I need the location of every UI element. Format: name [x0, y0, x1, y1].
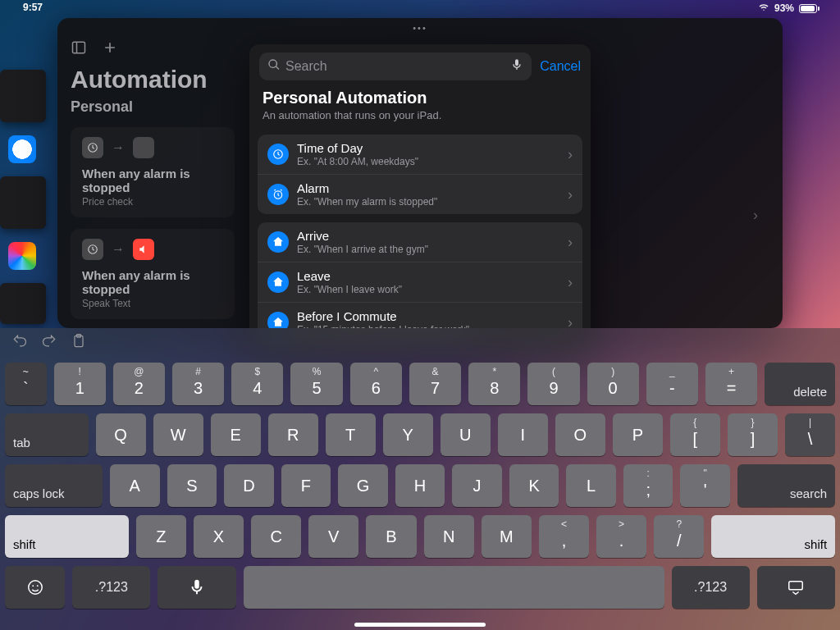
key-u[interactable]: U — [441, 413, 491, 456]
key-e[interactable]: E — [211, 413, 261, 456]
key-n[interactable]: N — [424, 515, 474, 558]
key-backslash[interactable]: |\ — [785, 413, 835, 456]
search-icon — [267, 58, 281, 75]
key-semicolon[interactable]: :; — [623, 464, 673, 507]
key-s[interactable]: S — [167, 464, 217, 507]
key-4[interactable]: $4 — [231, 363, 283, 405]
key-c[interactable]: C — [251, 515, 301, 558]
speak-icon — [133, 239, 154, 260]
key-6[interactable]: ^6 — [350, 363, 402, 405]
key-1[interactable]: !1 — [54, 363, 106, 405]
trigger-alarm[interactable]: AlarmEx. "When my alarm is stopped" › — [258, 174, 582, 214]
key-z[interactable]: Z — [136, 515, 186, 558]
key-rbracket[interactable]: }] — [728, 413, 778, 456]
key-lbracket[interactable]: {[ — [670, 413, 720, 456]
key-numbers-left[interactable]: .?123 — [72, 566, 150, 609]
key-j[interactable]: J — [452, 464, 502, 507]
key-7[interactable]: &7 — [409, 363, 461, 405]
key-k[interactable]: K — [509, 464, 559, 507]
key-numbers-right[interactable]: .?123 — [672, 566, 750, 609]
key-dismiss-keyboard[interactable] — [757, 566, 835, 609]
card-subtitle: Price check — [82, 196, 223, 208]
row-subtitle: Ex. "At 8:00 AM, weekdays" — [297, 156, 559, 167]
key-comma[interactable]: <, — [539, 515, 589, 558]
key-g[interactable]: G — [338, 464, 388, 507]
svg-point-13 — [28, 581, 42, 595]
key-emoji[interactable] — [5, 566, 65, 609]
key-l[interactable]: L — [566, 464, 616, 507]
trigger-time-of-day[interactable]: Time of DayEx. "At 8:00 AM, weekdays" › — [258, 135, 582, 174]
key-backtick[interactable]: ~` — [5, 363, 47, 405]
key-o[interactable]: O — [555, 413, 605, 456]
key-tab[interactable]: tab — [5, 413, 89, 456]
add-icon[interactable] — [102, 39, 118, 59]
key-b[interactable]: B — [366, 515, 416, 558]
rail-thumb[interactable] — [0, 70, 46, 122]
key-minus[interactable]: _- — [646, 363, 698, 405]
row-subtitle: Ex. "When I leave work" — [297, 284, 559, 295]
key-p[interactable]: P — [613, 413, 663, 456]
key-q[interactable]: Q — [96, 413, 146, 456]
key-0[interactable]: )0 — [587, 363, 639, 405]
key-row-4: shift Z X C V B N M <, >. ?/ shift — [5, 515, 835, 558]
multitask-dots-icon[interactable]: ••• — [413, 23, 427, 33]
row-title: Alarm — [297, 181, 559, 195]
chevron-right-icon: › — [568, 146, 573, 163]
key-quote[interactable]: "' — [680, 464, 730, 507]
new-automation-sheet: Cancel Personal Automation An automation… — [249, 44, 591, 350]
key-3[interactable]: #3 — [172, 363, 224, 405]
key-delete[interactable]: delete — [765, 363, 835, 405]
trigger-arrive[interactable]: ArriveEx. "When I arrive at the gym" › — [258, 222, 582, 262]
row-subtitle: Ex. "When I arrive at the gym" — [297, 244, 559, 255]
chevron-right-icon: › — [568, 274, 573, 291]
key-slash[interactable]: ?/ — [654, 515, 704, 558]
safari-icon[interactable] — [8, 135, 36, 163]
key-period[interactable]: >. — [596, 515, 646, 558]
key-r[interactable]: R — [268, 413, 318, 456]
key-9[interactable]: (9 — [527, 363, 579, 405]
key-row-2: tab Q W E R T Y U I O P {[ }] |\ — [5, 413, 835, 456]
sheet-subtitle: An automation that runs on your iPad. — [249, 109, 591, 130]
rail-thumb[interactable] — [0, 283, 46, 324]
key-5[interactable]: %5 — [290, 363, 342, 405]
sidebar-toggle-icon[interactable] — [71, 39, 87, 59]
dictation-icon[interactable] — [510, 58, 523, 75]
key-dictation[interactable] — [158, 566, 235, 609]
key-f[interactable]: F — [281, 464, 331, 507]
key-shift-left[interactable]: shift — [5, 515, 129, 558]
search-field[interactable] — [259, 52, 532, 80]
key-8[interactable]: *8 — [468, 363, 520, 405]
key-a[interactable]: A — [110, 464, 160, 507]
trigger-leave[interactable]: LeaveEx. "When I leave work" › — [258, 262, 582, 302]
key-x[interactable]: X — [194, 515, 244, 558]
key-capslock[interactable]: caps lock — [5, 464, 103, 507]
photos-icon[interactable] — [8, 242, 36, 270]
cancel-button[interactable]: Cancel — [540, 59, 581, 74]
key-m[interactable]: M — [482, 515, 532, 558]
key-y[interactable]: Y — [383, 413, 433, 456]
key-t[interactable]: T — [326, 413, 376, 456]
slide-over-rail[interactable] — [0, 70, 46, 324]
undo-icon[interactable] — [11, 333, 28, 353]
key-equals[interactable]: += — [705, 363, 757, 405]
key-row-5: .?123 .?123 — [5, 566, 835, 609]
key-v[interactable]: V — [308, 515, 358, 558]
key-search[interactable]: search — [737, 464, 835, 507]
key-shift-right[interactable]: shift — [711, 515, 835, 558]
onscreen-keyboard[interactable]: ~` !1 @2 #3 $4 %5 ^6 &7 *8 (9 )0 _- += d… — [0, 328, 840, 630]
key-space[interactable] — [244, 566, 664, 609]
rail-thumb[interactable] — [0, 176, 46, 229]
home-indicator[interactable] — [354, 623, 486, 627]
svg-rect-0 — [73, 42, 85, 52]
key-d[interactable]: D — [224, 464, 274, 507]
key-w[interactable]: W — [153, 413, 203, 456]
search-input[interactable] — [285, 59, 505, 74]
key-h[interactable]: H — [395, 464, 445, 507]
redo-icon[interactable] — [41, 333, 57, 353]
svg-point-14 — [32, 585, 34, 587]
automation-card[interactable]: › → When any alarm is stopped Price chec… — [71, 127, 235, 217]
clipboard-icon[interactable] — [71, 333, 87, 353]
key-i[interactable]: I — [498, 413, 548, 456]
key-2[interactable]: @2 — [113, 363, 165, 405]
automation-card[interactable]: → When any alarm is stopped Speak Text — [71, 229, 235, 319]
